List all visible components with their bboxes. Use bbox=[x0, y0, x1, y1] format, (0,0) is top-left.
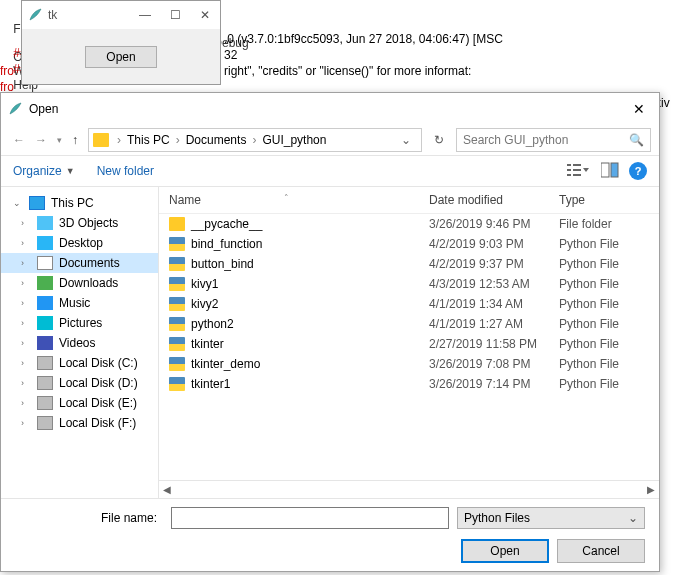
file-list-pane: Name ˄ Date modified Type __pycache__3/2… bbox=[159, 187, 659, 498]
file-type: Python File bbox=[559, 357, 649, 371]
tree-item-videos[interactable]: ›Videos bbox=[1, 333, 158, 353]
tree-item-downloads[interactable]: ›Downloads bbox=[1, 273, 158, 293]
expand-icon[interactable]: › bbox=[21, 318, 31, 328]
cancel-button[interactable]: Cancel bbox=[557, 539, 645, 563]
expand-icon[interactable]: ⌄ bbox=[13, 198, 23, 208]
folder-icon bbox=[93, 133, 109, 147]
tree-item-local-disk-e-[interactable]: ›Local Disk (E:) bbox=[1, 393, 158, 413]
search-icon: 🔍 bbox=[629, 133, 644, 147]
tree-item-local-disk-f-[interactable]: ›Local Disk (F:) bbox=[1, 413, 158, 433]
tk-open-button[interactable]: Open bbox=[85, 46, 156, 68]
file-name: button_bind bbox=[191, 257, 429, 271]
tree-item-this-pc[interactable]: ⌄This PC bbox=[1, 193, 158, 213]
ico-disk-icon bbox=[37, 356, 53, 370]
file-name-input[interactable] bbox=[171, 507, 449, 529]
file-row[interactable]: __pycache__3/26/2019 9:46 PMFile folder bbox=[159, 214, 659, 234]
organize-dropdown-icon[interactable]: ▼ bbox=[66, 166, 75, 176]
svg-rect-3 bbox=[573, 164, 581, 166]
recent-dropdown[interactable]: ▾ bbox=[57, 135, 62, 145]
up-button[interactable]: ↑ bbox=[72, 133, 78, 147]
tree-item-label: Local Disk (D:) bbox=[59, 376, 138, 390]
preview-pane-button[interactable] bbox=[601, 162, 619, 181]
svg-rect-2 bbox=[567, 174, 571, 176]
tree-item-documents[interactable]: ›Documents bbox=[1, 253, 158, 273]
back-button[interactable]: ← bbox=[13, 133, 25, 147]
python-file-icon bbox=[169, 317, 185, 331]
expand-icon[interactable]: › bbox=[21, 278, 31, 288]
new-folder-button[interactable]: New folder bbox=[97, 164, 154, 178]
tree-item-local-disk-c-[interactable]: ›Local Disk (C:) bbox=[1, 353, 158, 373]
file-row[interactable]: tkinter13/26/2019 7:14 PMPython File bbox=[159, 374, 659, 394]
file-row[interactable]: tkinter_demo3/26/2019 7:08 PMPython File bbox=[159, 354, 659, 374]
expand-icon[interactable]: › bbox=[21, 218, 31, 228]
expand-icon[interactable]: › bbox=[21, 378, 31, 388]
file-date: 3/26/2019 7:14 PM bbox=[429, 377, 559, 391]
expand-icon[interactable]: › bbox=[21, 418, 31, 428]
ico-disk-icon bbox=[37, 416, 53, 430]
file-date: 4/1/2019 1:27 AM bbox=[429, 317, 559, 331]
col-name[interactable]: Name bbox=[169, 193, 284, 207]
svg-rect-0 bbox=[567, 164, 571, 166]
breadcrumb-dropdown[interactable]: ⌄ bbox=[395, 133, 417, 147]
file-type: File folder bbox=[559, 217, 649, 231]
file-row[interactable]: bind_function4/2/2019 9:03 PMPython File bbox=[159, 234, 659, 254]
python-file-icon bbox=[169, 297, 185, 311]
file-type-filter[interactable]: Python Files ⌄ bbox=[457, 507, 645, 529]
tree-item-label: This PC bbox=[51, 196, 94, 210]
file-name: kivy1 bbox=[191, 277, 429, 291]
expand-icon[interactable]: › bbox=[21, 398, 31, 408]
file-type: Python File bbox=[559, 257, 649, 271]
expand-icon[interactable]: › bbox=[21, 238, 31, 248]
tk-titlebar: tk — ☐ ✕ bbox=[22, 1, 220, 29]
expand-icon[interactable]: › bbox=[21, 298, 31, 308]
forward-button[interactable]: → bbox=[35, 133, 47, 147]
tk-title-text: tk bbox=[48, 8, 130, 22]
file-row[interactable]: python24/1/2019 1:27 AMPython File bbox=[159, 314, 659, 334]
file-date: 3/26/2019 7:08 PM bbox=[429, 357, 559, 371]
tree-item-pictures[interactable]: ›Pictures bbox=[1, 313, 158, 333]
tree-item-music[interactable]: ›Music bbox=[1, 293, 158, 313]
nav-tree: ⌄This PC›3D Objects›Desktop›Documents›Do… bbox=[1, 187, 159, 498]
expand-icon[interactable]: › bbox=[21, 338, 31, 348]
svg-rect-5 bbox=[573, 174, 581, 176]
ico-desktop-icon bbox=[37, 236, 53, 250]
crumb-thispc[interactable]: This PC bbox=[123, 133, 174, 147]
tree-item-label: Local Disk (C:) bbox=[59, 356, 138, 370]
minimize-button[interactable]: — bbox=[130, 1, 160, 29]
ico-disk-icon bbox=[37, 376, 53, 390]
organize-menu[interactable]: Organize bbox=[13, 164, 62, 178]
svg-rect-7 bbox=[611, 163, 618, 177]
view-mode-button[interactable] bbox=[567, 162, 591, 181]
search-placeholder: Search GUI_python bbox=[463, 133, 568, 147]
dialog-title: Open bbox=[29, 102, 625, 116]
help-button[interactable]: ? bbox=[629, 162, 647, 180]
tree-item-desktop[interactable]: ›Desktop bbox=[1, 233, 158, 253]
ico-monitor-icon bbox=[29, 196, 45, 210]
file-row[interactable]: kivy24/1/2019 1:34 AMPython File bbox=[159, 294, 659, 314]
python-file-icon bbox=[169, 357, 185, 371]
dialog-close-button[interactable]: ✕ bbox=[625, 101, 653, 117]
dialog-bottom: File name: Python Files ⌄ Open Cancel bbox=[1, 498, 659, 571]
open-button[interactable]: Open bbox=[461, 539, 549, 563]
col-date[interactable]: Date modified bbox=[429, 193, 559, 207]
python-file-icon bbox=[169, 377, 185, 391]
tree-item-local-disk-d-[interactable]: ›Local Disk (D:) bbox=[1, 373, 158, 393]
file-row[interactable]: tkinter2/27/2019 11:58 PMPython File bbox=[159, 334, 659, 354]
file-type: Python File bbox=[559, 277, 649, 291]
close-button[interactable]: ✕ bbox=[190, 1, 220, 29]
maximize-button[interactable]: ☐ bbox=[160, 1, 190, 29]
horizontal-scrollbar[interactable]: ◀ ▶ bbox=[159, 480, 659, 498]
crumb-guipython[interactable]: GUI_python bbox=[258, 133, 330, 147]
open-file-dialog: Open ✕ ← → ▾ ↑ › This PC › Documents › G… bbox=[0, 92, 660, 572]
search-box[interactable]: Search GUI_python 🔍 bbox=[456, 128, 651, 152]
file-row[interactable]: kivy14/3/2019 12:53 AMPython File bbox=[159, 274, 659, 294]
expand-icon[interactable]: › bbox=[21, 358, 31, 368]
col-type[interactable]: Type bbox=[559, 193, 649, 207]
tree-item-3d-objects[interactable]: ›3D Objects bbox=[1, 213, 158, 233]
expand-icon[interactable]: › bbox=[21, 258, 31, 268]
crumb-documents[interactable]: Documents bbox=[182, 133, 251, 147]
breadcrumb[interactable]: › This PC › Documents › GUI_python ⌄ bbox=[88, 128, 422, 152]
file-row[interactable]: button_bind4/2/2019 9:37 PMPython File bbox=[159, 254, 659, 274]
file-type: Python File bbox=[559, 317, 649, 331]
refresh-button[interactable]: ↻ bbox=[428, 128, 450, 152]
